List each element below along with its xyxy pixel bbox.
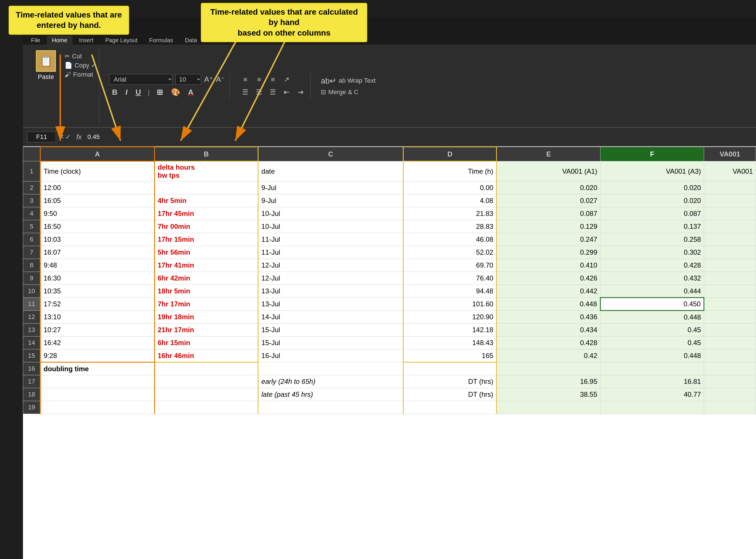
table-cell[interactable]: 10:27: [41, 323, 155, 336]
row-header[interactable]: 14: [23, 336, 41, 350]
table-cell[interactable]: [704, 388, 756, 401]
table-cell[interactable]: 9:48: [41, 259, 155, 272]
table-cell[interactable]: [704, 311, 756, 323]
table-cell[interactable]: [704, 220, 756, 233]
table-cell[interactable]: 0.436: [497, 311, 600, 323]
table-cell[interactable]: 0.42: [497, 350, 600, 362]
table-cell[interactable]: 17hr 15min: [155, 233, 258, 246]
table-cell[interactable]: 11-Jul: [258, 233, 403, 246]
cell-reference-input[interactable]: [27, 132, 56, 142]
table-cell[interactable]: Time (h): [403, 161, 497, 181]
row-header[interactable]: 2: [23, 181, 41, 194]
col-header-a[interactable]: A: [41, 147, 155, 161]
table-cell[interactable]: 16:42: [41, 336, 155, 350]
row-header[interactable]: 7: [23, 246, 41, 259]
table-cell[interactable]: 16:50: [41, 220, 155, 233]
table-cell[interactable]: 0.087: [497, 207, 600, 220]
table-cell[interactable]: [155, 388, 258, 401]
fill-color-button[interactable]: 🎨: [168, 87, 183, 97]
table-cell[interactable]: [704, 233, 756, 246]
table-cell[interactable]: 0.444: [600, 285, 704, 298]
font-family-dropdown[interactable]: Arial: [109, 74, 172, 85]
table-cell[interactable]: 9-Jul: [258, 181, 403, 194]
tab-page-layout[interactable]: Page Layout: [100, 36, 143, 45]
table-cell[interactable]: [155, 401, 258, 414]
table-cell[interactable]: 15-Jul: [258, 336, 403, 350]
table-cell[interactable]: 16:30: [41, 272, 155, 285]
table-cell[interactable]: 13:10: [41, 311, 155, 323]
indent-decrease-button[interactable]: ⇤: [281, 87, 292, 97]
table-cell[interactable]: 21.83: [403, 207, 497, 220]
table-cell[interactable]: 94.48: [403, 285, 497, 298]
table-cell[interactable]: [704, 298, 756, 311]
table-cell[interactable]: DT (hrs): [403, 388, 497, 401]
table-cell[interactable]: 142.18: [403, 323, 497, 336]
col-header-c[interactable]: C: [258, 147, 403, 161]
table-cell[interactable]: 0.410: [497, 259, 600, 272]
table-cell[interactable]: 38.55: [497, 388, 600, 401]
table-cell[interactable]: 76.40: [403, 272, 497, 285]
table-cell[interactable]: 101.60: [403, 298, 497, 311]
table-cell[interactable]: [600, 401, 704, 414]
table-cell[interactable]: 12-Jul: [258, 272, 403, 285]
table-cell[interactable]: [41, 388, 155, 401]
table-cell[interactable]: 0.137: [600, 220, 704, 233]
table-cell[interactable]: 0.45: [600, 336, 704, 350]
table-cell[interactable]: [704, 323, 756, 336]
row-header[interactable]: 11: [23, 298, 41, 311]
table-cell[interactable]: 6hr 42min: [155, 272, 258, 285]
table-cell[interactable]: 120.90: [403, 311, 497, 323]
table-cell[interactable]: 40.77: [600, 388, 704, 401]
tab-insert[interactable]: Insert: [74, 36, 99, 45]
table-cell[interactable]: 148.43: [403, 336, 497, 350]
underline-button[interactable]: U: [133, 87, 144, 97]
row-header[interactable]: 15: [23, 350, 41, 362]
table-cell[interactable]: 17:52: [41, 298, 155, 311]
table-cell[interactable]: 0.299: [497, 246, 600, 259]
table-cell[interactable]: 14-Jul: [258, 311, 403, 323]
col-header-b[interactable]: B: [155, 147, 258, 161]
table-cell[interactable]: 17hr 45min: [155, 207, 258, 220]
row-header[interactable]: 5: [23, 220, 41, 233]
table-cell[interactable]: doubling time: [41, 362, 155, 375]
table-cell[interactable]: early (24h to 65h): [258, 375, 403, 388]
table-cell[interactable]: 0.020: [600, 194, 704, 207]
table-cell[interactable]: 4.08: [403, 194, 497, 207]
italic-button[interactable]: I: [123, 87, 130, 97]
table-cell[interactable]: [258, 362, 403, 375]
col-header-g[interactable]: VA001: [704, 147, 756, 161]
table-cell[interactable]: 0.258: [600, 233, 704, 246]
table-cell[interactable]: [497, 401, 600, 414]
tab-home[interactable]: Home: [47, 36, 72, 45]
table-cell[interactable]: 15-Jul: [258, 323, 403, 336]
table-cell[interactable]: 69.70: [403, 259, 497, 272]
orientation-button[interactable]: ↗: [281, 74, 292, 85]
table-cell[interactable]: [41, 375, 155, 388]
table-cell[interactable]: 10:03: [41, 233, 155, 246]
table-cell[interactable]: 0.00: [403, 181, 497, 194]
table-cell[interactable]: 16:05: [41, 194, 155, 207]
table-cell[interactable]: 0.027: [497, 194, 600, 207]
table-cell[interactable]: 0.450: [600, 298, 704, 311]
row-header[interactable]: 1: [23, 161, 41, 181]
table-cell[interactable]: [704, 181, 756, 194]
col-header-f[interactable]: F: [600, 147, 704, 161]
table-cell[interactable]: 0.428: [600, 259, 704, 272]
table-cell[interactable]: 7hr 00min: [155, 220, 258, 233]
table-cell[interactable]: 12-Jul: [258, 259, 403, 272]
table-cell[interactable]: 0.087: [600, 207, 704, 220]
table-cell[interactable]: 9-Jul: [258, 194, 403, 207]
align-top-left-button[interactable]: ≡: [240, 74, 251, 85]
table-cell[interactable]: [704, 375, 756, 388]
table-cell[interactable]: [704, 362, 756, 375]
table-cell[interactable]: VA001 (A3): [600, 161, 704, 181]
table-cell[interactable]: 16.81: [600, 375, 704, 388]
align-left-button[interactable]: ☰: [240, 87, 251, 97]
table-cell[interactable]: [155, 362, 258, 375]
table-cell[interactable]: 18hr 5min: [155, 285, 258, 298]
table-cell[interactable]: 0.020: [497, 181, 600, 194]
table-cell[interactable]: [704, 194, 756, 207]
table-cell[interactable]: 46.08: [403, 233, 497, 246]
table-cell[interactable]: 13-Jul: [258, 285, 403, 298]
table-cell[interactable]: 11-Jul: [258, 246, 403, 259]
